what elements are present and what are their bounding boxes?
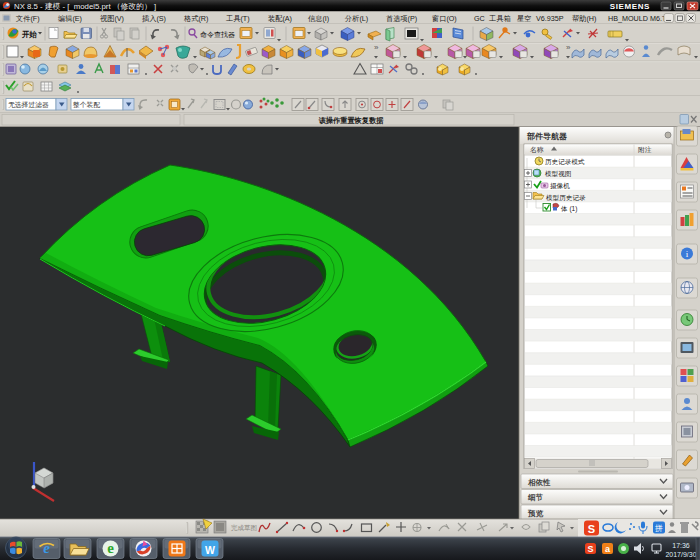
svg-text:摄像机: 摄像机 [550, 182, 570, 190]
svg-text:V6.935P: V6.935P [536, 14, 564, 23]
svg-text:整个装配: 整个装配 [72, 101, 100, 109]
svg-text:命令查找器: 命令查找器 [200, 31, 235, 39]
svg-text:体 (1): 体 (1) [561, 205, 577, 213]
svg-text:S: S [587, 544, 593, 554]
svg-text:该操作重置恢复数据: 该操作重置恢复数据 [318, 116, 385, 125]
svg-text:拼: 拼 [654, 524, 663, 533]
svg-text:SIEMENS: SIEMENS [610, 2, 650, 11]
svg-text:首选项(P): 首选项(P) [386, 14, 417, 23]
svg-text:帮助(H): 帮助(H) [572, 14, 596, 23]
svg-text:格式(R): 格式(R) [183, 14, 208, 23]
svg-text:星空: 星空 [517, 14, 531, 23]
svg-text:无选择过滤器: 无选择过滤器 [8, 101, 49, 109]
svg-text:e: e [107, 540, 114, 556]
svg-text:17:36: 17:36 [672, 542, 690, 549]
svg-text:附注: 附注 [638, 146, 652, 154]
svg-text:插入(S): 插入(S) [142, 14, 166, 23]
svg-text:模型视图: 模型视图 [545, 170, 571, 178]
svg-text:S: S [588, 523, 595, 535]
svg-text:预览: 预览 [527, 509, 544, 518]
svg-text:装配(A): 装配(A) [268, 14, 292, 23]
svg-text:»: » [566, 43, 571, 52]
svg-text:开始: 开始 [21, 30, 38, 39]
svg-text:窗口(O): 窗口(O) [432, 14, 457, 23]
svg-text:工具(T): 工具(T) [226, 14, 250, 23]
svg-text:历史记录模式: 历史记录模式 [545, 158, 585, 166]
svg-text:HB_MOULD: HB_MOULD [608, 14, 648, 23]
svg-text:模型历史记录: 模型历史记录 [546, 194, 586, 202]
svg-text:2017/9/30: 2017/9/30 [665, 551, 696, 558]
svg-text:文件(F): 文件(F) [16, 14, 40, 23]
svg-text:完成草图: 完成草图 [231, 524, 257, 532]
svg-text:工具箱: 工具箱 [489, 14, 511, 23]
svg-text:»: » [374, 43, 379, 52]
svg-text:相依性: 相依性 [527, 478, 551, 487]
svg-text:e: e [43, 540, 50, 556]
svg-text:名称: 名称 [530, 146, 544, 154]
svg-text:细节: 细节 [527, 493, 544, 502]
svg-text:NX 8.5 - 建模 - [_model5.prt （修改: NX 8.5 - 建模 - [_model5.prt （修改的） ] [14, 2, 156, 11]
svg-text:视图(V): 视图(V) [100, 14, 124, 23]
svg-text:部件导航器: 部件导航器 [527, 132, 567, 141]
svg-text:编辑(E): 编辑(E) [58, 14, 82, 23]
svg-text:分析(L): 分析(L) [344, 14, 368, 23]
svg-text:GC: GC [474, 14, 485, 23]
svg-text:W: W [205, 544, 215, 556]
svg-text:信息(I): 信息(I) [308, 14, 329, 23]
